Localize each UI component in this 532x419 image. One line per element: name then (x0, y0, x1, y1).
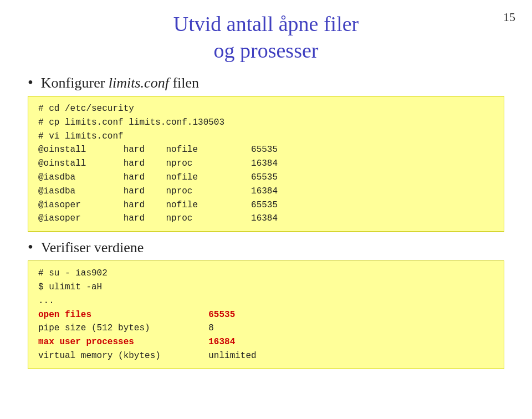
code-line-1: # cd /etc/security (38, 102, 494, 116)
code-line-b2: $ ulimit -aH (38, 280, 494, 294)
code-line-b7: virtual memory (kbytes) unlimited (38, 349, 494, 363)
content-area: • Konfigurer limits.conf filen # cd /etc… (0, 68, 532, 381)
code-line-5: @oinstall hard nproc 16384 (38, 157, 494, 171)
open-files-label: open files (38, 310, 91, 320)
code-line-b1: # su - ias902 (38, 267, 494, 280)
code-line-9: @iasoper hard nproc 16384 (38, 212, 494, 226)
bullet-text-italic: limits.conf (109, 75, 169, 91)
bullet-dot-1: • (28, 74, 33, 91)
title-line1: Utvid antall åpne filer (173, 12, 359, 35)
open-files-value: 65535 (208, 310, 235, 320)
code-block-2: # su - ias902 $ ulimit -aH ... open file… (28, 260, 504, 369)
max-user-processes-label: max user processes (38, 337, 134, 347)
code-line-8: @iasoper hard nofile 65535 (38, 198, 494, 212)
code-line-7: @iasdba hard nproc 16384 (38, 185, 494, 198)
bullet-text-rest: filen (169, 75, 199, 91)
bullet-text-2: Verifiser verdiene (41, 239, 144, 256)
code-block-1: # cd /etc/security # cp limits.conf limi… (28, 96, 504, 232)
code-line-b5: pipe size (512 bytes) 8 (38, 321, 494, 335)
code-line-3: # vi limits.conf (38, 130, 494, 144)
page-number: 15 (503, 10, 515, 24)
bullet-item-1: • Konfigurer limits.conf filen (28, 74, 504, 91)
code-line-4: @oinstall hard nofile 65535 (38, 143, 494, 157)
bullet-item-2: • Verifiser verdiene (28, 238, 504, 256)
page-title: Utvid antall åpne filer og prosesser (0, 0, 532, 68)
code-line-b3: ... (38, 294, 494, 308)
bullet-text-1: Konfigurer limits.conf filen (41, 75, 199, 91)
code-line-2: # cp limits.conf limits.conf.130503 (38, 116, 494, 130)
code-line-b6: max user processes 16384 (38, 335, 494, 349)
code-line-b4: open files 65535 (38, 308, 494, 322)
bullet-dot-2: • (28, 238, 33, 256)
max-user-processes-value: 16384 (208, 337, 235, 347)
code-line-6: @iasdba hard nofile 65535 (38, 171, 494, 185)
title-line2: og prosesser (214, 39, 319, 62)
bullet-text-plain: Konfigurer (41, 75, 109, 91)
